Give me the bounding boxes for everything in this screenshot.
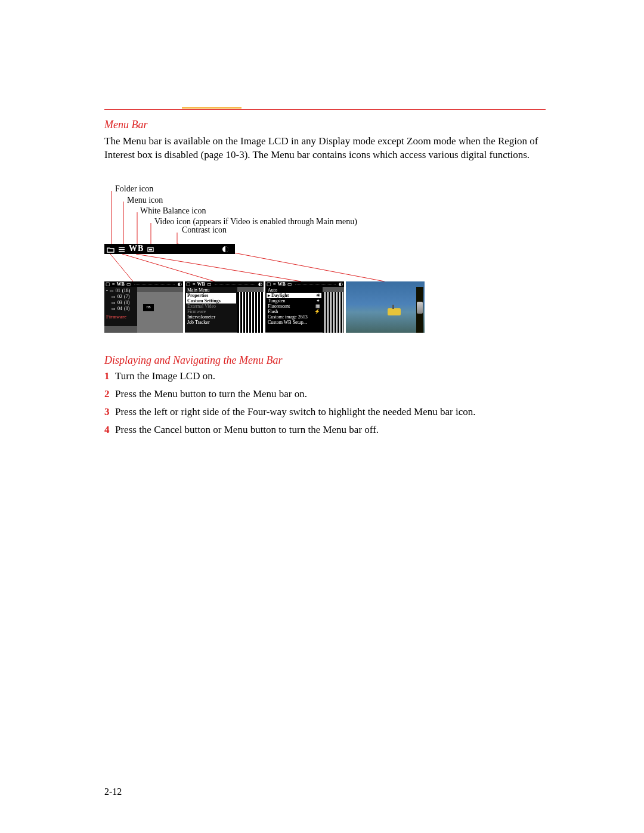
list-item: ▭ 03 (0) — [106, 300, 135, 306]
folder-count: (0) — [124, 300, 129, 305]
flash-icon: ⚡ — [314, 309, 320, 314]
preview-pane: ns — [137, 292, 183, 333]
folder-count: (0) — [124, 306, 129, 311]
section-title-navigation: Displaying and Navigating the Menu Bar — [104, 354, 546, 367]
menu-icon: ≡ — [112, 281, 115, 287]
menu-icon: ≡ — [193, 281, 196, 287]
menu-icon — [118, 244, 125, 253]
list-item: Fluorescent ▦ — [267, 304, 321, 309]
list-item: ▭ 02 (7) — [106, 294, 135, 300]
firmware-label: Firmware — [106, 314, 135, 320]
svg-line-8 — [136, 254, 301, 281]
step-text: Turn the Image LCD on. — [115, 370, 546, 382]
list-item: ▸ Daylight ☀ — [267, 293, 321, 298]
step-number: 4 — [104, 424, 115, 436]
folder-name: 04 — [117, 306, 122, 311]
steps-list: 1 Turn the Image LCD on. 2 Press the Men… — [104, 370, 546, 436]
item-label: Tungsten — [268, 298, 286, 304]
main-menu-list: Main Menu Properties Custom Settings Ext… — [185, 287, 237, 332]
list-item: Custom WB Setup... — [267, 320, 321, 325]
thumb-wb-menu: ▢ ≡ WB ▭ ◐ Auto ▸ Daylight ☀ — [265, 281, 344, 333]
tungsten-icon: ✦ — [316, 298, 320, 304]
list-item: Intervalometer — [186, 314, 236, 320]
folder-icon: ▢ — [106, 281, 110, 287]
item-label: Fluorescent — [268, 304, 290, 309]
list-item: Job Tracker — [186, 320, 236, 325]
fluorescent-icon: ▦ — [315, 304, 320, 309]
folder-count: (18) — [122, 288, 130, 293]
daylight-icon: ☀ — [316, 293, 320, 298]
slider-knob — [417, 302, 423, 314]
video-icon: ▭ — [126, 281, 131, 287]
step-number: 3 — [104, 406, 115, 418]
page: Menu Bar The Menu bar is available on th… — [0, 0, 644, 833]
folder-name: 03 — [117, 300, 122, 305]
thumbs-row: ▢ ≡ WB ▭ ◐ • ▭ 01 (18) — [104, 281, 425, 333]
item-label: Flash — [268, 309, 278, 314]
video-icon: ▭ — [207, 281, 212, 287]
svg-line-6 — [110, 254, 133, 281]
list-item: Tungsten ✦ — [267, 298, 321, 304]
step-item: 4 Press the Cancel button or Menu button… — [104, 424, 546, 436]
preview-filmstrip — [323, 292, 344, 333]
folder-name: 02 — [117, 294, 122, 299]
item-label: Daylight — [271, 293, 289, 298]
step-number: 2 — [104, 388, 115, 400]
thumb-bar: ▢ ≡ WB ▭ ◐ — [265, 281, 344, 287]
thumb-body: Auto ▸ Daylight ☀ Tungsten ✦ Fluorescent — [265, 287, 344, 333]
contrast-slider — [416, 287, 423, 333]
rule-red — [104, 109, 546, 110]
wb-icon: WB — [117, 281, 125, 287]
selection-box: ns — [143, 304, 154, 311]
wb-menu-list: Auto ▸ Daylight ☀ Tungsten ✦ Fluorescent — [265, 287, 323, 332]
folder-count: (7) — [124, 294, 129, 299]
list-item: Custom: image 2613 — [267, 314, 321, 320]
rule-orange — [182, 107, 242, 109]
list-item: Properties — [186, 293, 236, 298]
folder-icon: ▭ — [112, 295, 116, 299]
svg-rect-11 — [149, 249, 152, 250]
page-number: 2-12 — [104, 786, 122, 797]
list-item: Custom Settings — [186, 298, 236, 304]
folder-icon: ▢ — [186, 281, 191, 287]
thumb-folder: ▢ ≡ WB ▭ ◐ • ▭ 01 (18) — [104, 281, 183, 333]
folder-list: • ▭ 01 (18) ▭ 02 (7) — [104, 287, 137, 326]
step-item: 1 Turn the Image LCD on. — [104, 370, 546, 382]
folder-icon: ▭ — [112, 301, 116, 305]
step-number: 1 — [104, 370, 115, 382]
list-item: External Video — [186, 304, 236, 309]
top-rule — [104, 107, 546, 110]
folder-icon — [107, 244, 114, 253]
thumb-bar: ▢ ≡ WB ▭ ◐ — [185, 281, 264, 287]
section-title-menu-bar: Menu Bar — [104, 119, 546, 131]
preview-filmstrip — [237, 292, 264, 333]
folder-icon: ▭ — [112, 306, 116, 311]
callout-contrast: Contrast icon — [182, 226, 227, 235]
list-item: Auto — [267, 287, 321, 293]
bullet-icon: • — [106, 288, 108, 293]
step-text: Press the left or right side of the Four… — [115, 406, 546, 418]
wb-icon: WB — [129, 244, 144, 253]
bar-separator — [134, 284, 175, 284]
thumb-contrast — [346, 281, 425, 333]
list-item: • ▭ 01 (18) — [106, 288, 135, 294]
bar-separator — [295, 284, 336, 284]
bar-separator — [215, 284, 255, 284]
step-text: Press the Cancel button or Menu button t… — [115, 424, 546, 436]
boat-icon — [388, 308, 401, 315]
menu-bar-large: WB — [104, 244, 235, 254]
thumb-body: Main Menu Properties Custom Settings Ext… — [185, 287, 264, 333]
list-item: Flash ⚡ — [267, 309, 321, 314]
step-item: 3 Press the left or right side of the Fo… — [104, 406, 546, 418]
folder-icon: ▢ — [267, 281, 271, 287]
contrast-icon: ◐ — [258, 281, 262, 287]
callout-wb: White Balance icon — [140, 207, 206, 216]
list-item: ▭ 04 (0) — [106, 306, 135, 312]
folder-icon: ▭ — [110, 289, 114, 293]
item-label: Auto — [268, 287, 277, 293]
item-label: Custom WB Setup... — [268, 320, 307, 325]
menu-bar-intro: The Menu bar is available on the Image L… — [104, 135, 546, 162]
svg-line-7 — [122, 254, 215, 281]
svg-line-9 — [228, 252, 385, 281]
menu-icon: ≡ — [273, 281, 276, 287]
